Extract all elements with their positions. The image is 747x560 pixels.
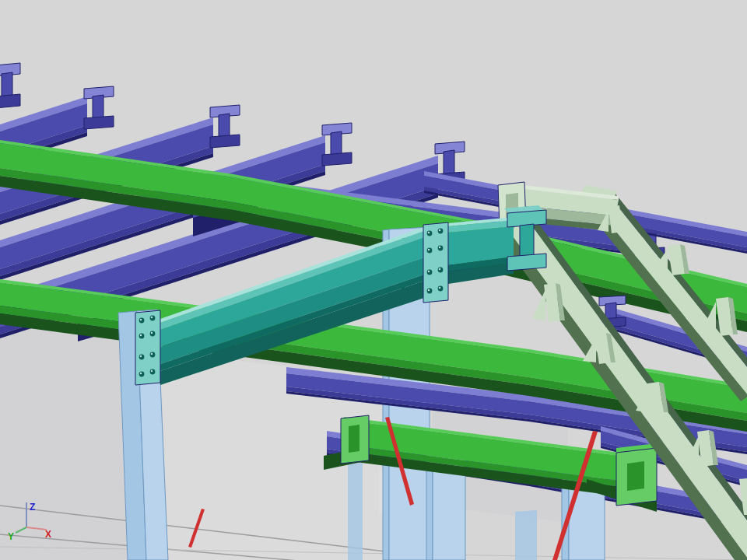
axis-z-label: Z bbox=[30, 502, 35, 513]
model-scene[interactable]: Z X Y bbox=[0, 0, 747, 560]
teal-end-plate-middle[interactable] bbox=[423, 222, 448, 303]
teal-end-plate-left[interactable] bbox=[135, 310, 160, 385]
axis-x-label: X bbox=[45, 529, 51, 540]
column-far-2[interactable] bbox=[515, 510, 537, 560]
model-viewport[interactable]: Z X Y bbox=[0, 0, 747, 560]
column-far[interactable] bbox=[348, 463, 363, 560]
axis-y-label: Y bbox=[8, 531, 14, 542]
